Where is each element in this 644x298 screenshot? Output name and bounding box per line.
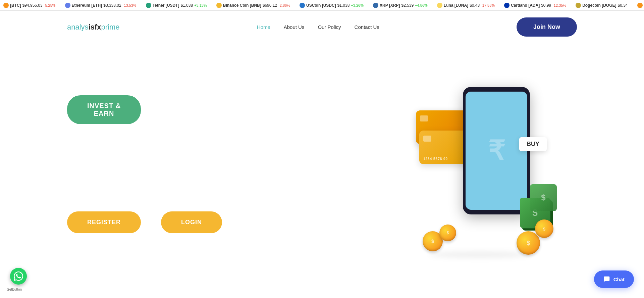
coin-4: $ [535,219,553,238]
ticker-item: Tether [USDT] $1.038 +3.13% [146,3,207,8]
ticker-coin-icon [146,3,151,8]
ticker-bar: [BTC] $94,956.03 -5.25% Ethereum [ETH] $… [0,0,644,11]
getbutton-label: GetButton [7,288,22,291]
ticker-item: USCoin [USDC] $1.038 +3.26% [300,3,364,8]
ticker-change: +4.86% [415,3,428,7]
ticker-change: -2.86% [278,3,290,7]
whatsapp-icon [14,271,23,281]
nav-home[interactable]: Home [257,24,270,30]
money-dollar-2: $ [541,193,545,202]
phone-screen-inner: ₹ [466,92,527,210]
ticker-change: -17.55% [481,3,495,7]
invest-earn-button[interactable]: INVEST & EARN [67,95,141,124]
coin-dollar-3: $ [527,240,530,247]
chat-icon [603,276,610,283]
ticker-price: $0.34 [618,3,628,8]
ticker-change: -12.35% [552,3,566,7]
join-now-button[interactable]: Join Now [517,17,577,37]
ticker-price: $0.99 [541,3,551,8]
ticker-item: XRP [XRP] $2.539 +4.86% [373,3,428,8]
ticker-price: $0.43 [470,3,480,8]
ticker-coin-icon [300,3,305,8]
card-chip [420,115,428,121]
ticker-price: $94,956.03 [22,3,43,8]
ticker-item: [BTC] $94,956.03 -5.25% [3,3,56,8]
nav-contact-link[interactable]: Contact Us [355,24,379,30]
coin-dollar-1: $ [431,239,434,244]
action-buttons: REGISTER LOGIN [67,211,222,233]
logo-part3: fx [95,23,101,31]
hero-illustration: 1004 5612 90 1234 5678 90 ₹ BUY $ $ $ [409,84,550,245]
logo-part2: is [89,23,95,31]
phone-notch [490,89,503,91]
ticker-price: $2.539 [401,3,414,8]
ticker-price: $1.038 [180,3,193,8]
ticker-coin-icon [3,3,9,8]
logo-part1: analys [67,23,89,31]
ticker-change: -13.53% [123,3,137,7]
ticker-coin-icon [637,3,643,8]
coin-dollar-2: $ [447,231,449,235]
coin-2: $ [439,225,456,241]
ticker-item: Cardano [ADA] $0.99 -12.35% [504,3,566,8]
whatsapp-button[interactable] [10,268,27,285]
navbar: analysisfxprime Home About Us Our Policy… [0,11,644,43]
ticker-price: $1.038 [337,3,350,8]
ticker-symbol: Ethereum [ETH] [72,3,102,8]
ticker-symbol: USCoin [USDC] [306,3,336,8]
logo: analysisfxprime [67,23,120,32]
ticker-change: +3.26% [351,3,364,7]
ticker-symbol: Tether [USDT] [153,3,179,8]
chat-label: Chat [613,277,625,282]
ticker-symbol: Binance Coin [BNB] [223,3,261,8]
coin-dollar-4: $ [543,226,545,231]
nav-home-link[interactable]: Home [257,24,270,30]
phone-screen: ₹ [466,92,527,210]
rupee-symbol: ₹ [488,135,505,166]
ticker-coin-icon [65,3,70,8]
illustration-shadow [429,251,530,258]
ticker-item: Binance Coin [BNB] $696.12 -2.86% [216,3,290,8]
nav-about[interactable]: About Us [284,24,305,30]
ticker-symbol: Luna [LUNA] [444,3,468,8]
nav-about-link[interactable]: About Us [284,24,305,30]
hero-section: INVEST & EARN REGISTER LOGIN 1004 5612 9… [0,43,644,292]
ticker-symbol: [BTC] [10,3,21,8]
coin-3: $ [517,231,540,255]
ticker-coin-icon [576,3,581,8]
ticker-coin-icon [373,3,378,8]
logo-part4: prime [101,23,120,31]
hero-left: INVEST & EARN REGISTER LOGIN [67,95,222,233]
nav-policy[interactable]: Our Policy [318,24,341,30]
ticker-item: [BTC] $94,956.03 -5.25% [637,3,644,8]
ticker-symbol: Cardano [ADA] [511,3,540,8]
ticker-coin-icon [437,3,442,8]
money-stack-2: $ [530,184,557,211]
ticker-price: $3,338.02 [103,3,121,8]
ticker-change: +3.13% [194,3,207,7]
register-button[interactable]: REGISTER [67,211,141,233]
ticker-item: Ethereum [ETH] $3,338.02 -13.53% [65,3,137,8]
card-number-2: 1234 5678 90 [423,157,448,161]
chat-button[interactable]: Chat [594,270,634,288]
ticker-coin-icon [504,3,509,8]
ticker-item: Dogecoin [DOGE] $0.34 [576,3,628,8]
ticker-symbol: XRP [XRP] [380,3,400,8]
nav-policy-link[interactable]: Our Policy [318,24,341,30]
login-button[interactable]: LOGIN [161,211,222,233]
ticker-change: -5.25% [44,3,56,7]
ticker-price: $696.12 [263,3,277,8]
nav-links: Home About Us Our Policy Contact Us [257,24,379,30]
ticker-coin-icon [216,3,222,8]
buy-badge: BUY [519,137,547,151]
nav-contact[interactable]: Contact Us [355,24,379,30]
card-chip-2 [423,136,431,142]
ticker-item: Luna [LUNA] $0.43 -17.55% [437,3,495,8]
ticker-symbol: Dogecoin [DOGE] [582,3,616,8]
